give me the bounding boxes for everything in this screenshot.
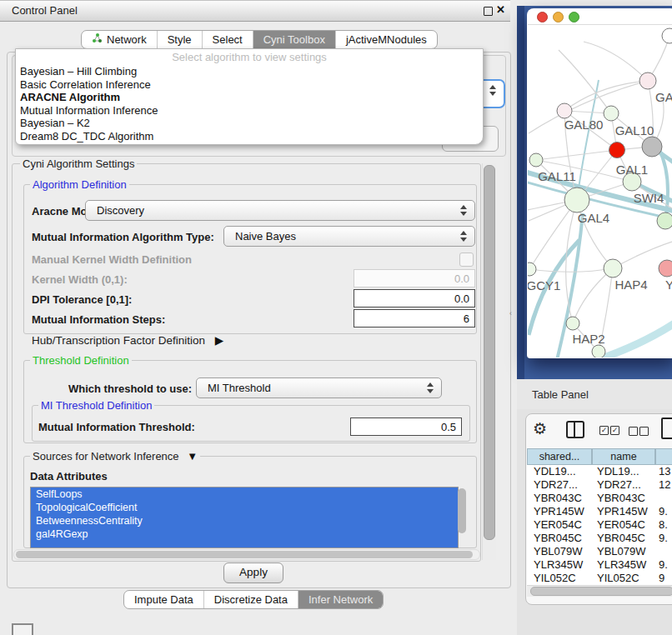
node-label: HAP2 bbox=[572, 332, 604, 346]
algorithm-option[interactable]: Basic Correlation Inference bbox=[20, 78, 151, 92]
docked-panel-icon[interactable] bbox=[12, 623, 33, 635]
close-panel-icon[interactable]: ✕ bbox=[496, 3, 505, 16]
network-node[interactable] bbox=[592, 345, 605, 358]
which-threshold-select[interactable]: MI Threshold bbox=[196, 378, 442, 398]
table-cell: YBR043C bbox=[597, 492, 645, 505]
sources-header[interactable]: Sources for Network Inference ▼ bbox=[30, 450, 200, 462]
network-node[interactable] bbox=[564, 188, 589, 212]
table-row[interactable]: YBR045CYBR045C9. bbox=[527, 532, 672, 545]
aracne-mode-select[interactable]: Discovery bbox=[85, 200, 475, 221]
settings-group-title: Cyni Algorithm Settings bbox=[20, 158, 137, 170]
mi-steps-label: Mutual Information Steps: bbox=[32, 313, 165, 326]
cyni-bottom-tabbar: Impute DataDiscretize DataInfer Network bbox=[123, 590, 384, 609]
table-row[interactable]: YBR043CYBR043C bbox=[527, 492, 672, 505]
network-node[interactable] bbox=[609, 142, 625, 158]
network-edge[interactable] bbox=[584, 42, 648, 81]
network-edge[interactable] bbox=[536, 150, 617, 160]
mi-type-select[interactable]: Naive Bayes bbox=[223, 226, 475, 247]
threshold-definition-title: Threshold Definition bbox=[30, 354, 132, 367]
network-node[interactable] bbox=[639, 72, 656, 89]
network-edge[interactable] bbox=[529, 268, 613, 272]
columns-icon[interactable] bbox=[566, 421, 584, 438]
network-node[interactable] bbox=[566, 317, 579, 330]
panel-divider-handle[interactable]: ‹ bbox=[509, 309, 516, 318]
tab-select[interactable]: Select bbox=[203, 31, 253, 48]
network-node[interactable] bbox=[604, 106, 619, 121]
table-cell: YBR045C bbox=[597, 532, 645, 545]
float-window-icon[interactable] bbox=[484, 7, 493, 16]
expanded-triangle-icon: ▼ bbox=[187, 450, 198, 462]
attribute-item[interactable]: gal4RGexp bbox=[31, 528, 458, 541]
tab-discretize-data[interactable]: Discretize Data bbox=[204, 591, 298, 608]
table-row[interactable]: YLR345WYLR345W9. bbox=[527, 558, 672, 572]
node-label: Y bbox=[665, 278, 672, 292]
algorithm-option[interactable]: Dream8 DC_TDC Algorithm bbox=[20, 130, 153, 143]
tab-jactivemnodules[interactable]: jActiveMNodules bbox=[336, 31, 437, 48]
algorithm-option[interactable]: Bayesian – Hill Climbing bbox=[20, 65, 137, 78]
data-attributes-label: Data Attributes bbox=[30, 470, 108, 482]
algorithm-option[interactable]: ARACNE Algorithm bbox=[20, 91, 120, 104]
column-header[interactable] bbox=[655, 448, 672, 465]
select-all-icon[interactable]: ✓ bbox=[610, 426, 619, 435]
network-node[interactable] bbox=[529, 153, 543, 167]
data-attributes-list: SelfLoopsTopologicalCoefficientBetweenne… bbox=[30, 487, 459, 548]
table-panel-title: Table Panel bbox=[532, 388, 589, 401]
settings-vscroll-thumb[interactable] bbox=[484, 165, 495, 540]
mi-steps-field[interactable]: 6 bbox=[354, 309, 475, 328]
manual-kernel-checkbox[interactable] bbox=[459, 252, 474, 267]
apply-button[interactable]: Apply bbox=[223, 562, 283, 583]
attribute-item[interactable]: TopologicalCoefficient bbox=[31, 501, 458, 514]
table-row[interactable]: YDR27...YDR27...12 bbox=[527, 478, 672, 492]
table-cell: 13 bbox=[659, 465, 670, 478]
network-edge[interactable] bbox=[573, 268, 613, 323]
attribute-item[interactable]: SelfLoops bbox=[31, 488, 458, 501]
mi-type-label: Mutual Information Algorithm Type: bbox=[32, 231, 214, 243]
table-row[interactable]: YDL19...YDL19...13 bbox=[527, 465, 672, 478]
tab-impute-data[interactable]: Impute Data bbox=[124, 591, 204, 608]
file-icon[interactable] bbox=[661, 418, 672, 439]
network-node[interactable] bbox=[657, 212, 672, 229]
attributes-scrollbar-thumb[interactable] bbox=[458, 488, 466, 533]
network-node[interactable] bbox=[523, 262, 536, 276]
deselect-all-icon[interactable] bbox=[639, 427, 649, 436]
mi-threshold-field[interactable]: 0.5 bbox=[350, 418, 462, 436]
kernel-width-field[interactable]: 0.0 bbox=[354, 269, 475, 288]
table-cell: YBL079W bbox=[597, 545, 646, 558]
tab-label: jActiveMNodules bbox=[346, 33, 427, 46]
network-edge[interactable] bbox=[577, 80, 599, 200]
table-row[interactable]: YBL079WYBL079W bbox=[527, 545, 672, 558]
attribute-item[interactable]: BetweennessCentrality bbox=[31, 514, 458, 528]
column-header[interactable]: shared... bbox=[527, 448, 592, 465]
tab-label: Cyni Toolbox bbox=[263, 33, 325, 46]
table-row[interactable]: YIL052CYIL052C9 bbox=[527, 572, 672, 585]
network-node[interactable] bbox=[557, 103, 572, 118]
table-hscroll-thumb[interactable] bbox=[530, 587, 672, 596]
dpi-tolerance-field[interactable]: 0.0 bbox=[354, 289, 475, 308]
hub-definition-header[interactable]: Hub/Transcription Factor Definition ▶ bbox=[32, 333, 223, 347]
tab-network[interactable]: Network bbox=[82, 31, 158, 48]
tab-label: Network bbox=[107, 33, 147, 46]
deselect-all-icon[interactable] bbox=[629, 427, 638, 436]
table-cell: YIL052C bbox=[597, 572, 639, 585]
column-header[interactable]: name bbox=[592, 448, 655, 465]
network-node[interactable] bbox=[662, 28, 672, 43]
algorithm-option[interactable]: Bayesian – K2 bbox=[20, 117, 90, 130]
table-cell: YER054C bbox=[597, 518, 645, 532]
gear-icon[interactable]: ⚙ bbox=[533, 419, 547, 438]
network-node[interactable] bbox=[659, 260, 672, 277]
table-row[interactable]: YER054CYER054C8. bbox=[527, 518, 672, 532]
tab-style[interactable]: Style bbox=[158, 31, 203, 48]
settings-hscroll-thumb[interactable] bbox=[16, 551, 473, 558]
tab-infer-network[interactable]: Infer Network bbox=[298, 591, 383, 608]
table-cell: 9. bbox=[659, 505, 668, 518]
network-graph-canvas[interactable]: GALGAL80GAL10GAL1GAL11SWI4GAL4GCY1HAP4YH… bbox=[517, 0, 672, 380]
which-threshold-label: Which threshold to use: bbox=[68, 382, 192, 395]
dpi-tolerance-label: DPI Tolerance [0,1]: bbox=[32, 293, 132, 306]
algorithm-option[interactable]: Mutual Information Inference bbox=[20, 104, 158, 118]
network-node[interactable] bbox=[642, 137, 662, 157]
tab-cyni-toolbox[interactable]: Cyni Toolbox bbox=[253, 31, 336, 48]
table-row[interactable]: YPR145WYPR145W9. bbox=[527, 505, 672, 518]
select-all-icon[interactable]: ✓ bbox=[599, 426, 609, 435]
table-cell: 9. bbox=[659, 532, 668, 545]
network-node[interactable] bbox=[604, 259, 622, 278]
